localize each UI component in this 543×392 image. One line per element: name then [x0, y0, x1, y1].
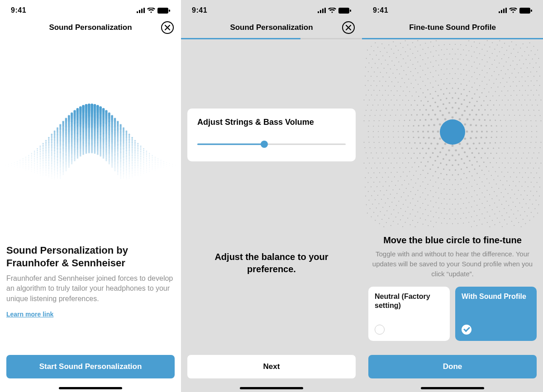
svg-point-1539 [469, 91, 470, 92]
svg-point-1999 [385, 172, 386, 173]
svg-point-2351 [389, 206, 390, 207]
svg-point-1587 [443, 84, 444, 85]
svg-point-1417 [467, 106, 468, 108]
svg-point-2236 [528, 85, 529, 86]
svg-point-2096 [371, 152, 372, 153]
svg-point-2120 [430, 52, 431, 52]
svg-point-2251 [520, 194, 521, 195]
svg-point-1537 [457, 88, 459, 89]
svg-point-374 [25, 170, 26, 170]
start-button[interactable]: Start Sound Personalization [6, 355, 175, 378]
cellular-icon [499, 8, 507, 13]
svg-point-1552 [496, 153, 497, 154]
svg-point-1389 [469, 114, 471, 116]
svg-point-2389 [533, 195, 534, 196]
fine-tune-handle[interactable] [440, 119, 465, 145]
svg-point-2497 [529, 220, 530, 221]
svg-point-2076 [452, 213, 453, 214]
svg-point-848 [48, 168, 49, 169]
svg-point-548 [34, 170, 35, 171]
svg-point-1904 [425, 199, 426, 200]
svg-point-1146 [60, 169, 61, 170]
svg-point-542 [134, 157, 136, 158]
svg-point-1532 [430, 93, 431, 94]
svg-point-367 [137, 153, 138, 155]
toggle-neutral[interactable]: Neutral (Factory setting) [368, 287, 450, 341]
svg-point-1433 [440, 162, 441, 164]
fine-tune-copy: Move the blue circle to fine-tune Toggle… [368, 235, 537, 341]
svg-point-1914 [385, 163, 386, 164]
svg-point-131 [34, 154, 35, 155]
svg-point-1454 [478, 109, 479, 110]
svg-point-2311 [494, 49, 495, 50]
svg-point-1225 [71, 159, 72, 160]
svg-point-218 [131, 142, 133, 143]
svg-point-1495 [481, 104, 482, 106]
svg-point-464 [31, 169, 32, 170]
svg-point-1676 [466, 188, 467, 189]
svg-point-1701 [402, 100, 403, 101]
svg-point-1487 [438, 95, 439, 96]
svg-point-1792 [501, 91, 502, 92]
svg-point-1007 [57, 165, 58, 166]
svg-point-2140 [525, 90, 526, 91]
instruction-text: Adjust the balance to your preference. [190, 251, 353, 275]
svg-point-671 [51, 156, 52, 158]
svg-point-1972 [513, 181, 514, 182]
svg-point-2472 [534, 208, 535, 209]
svg-point-1899 [452, 204, 453, 205]
svg-point-1685 [418, 179, 419, 179]
svg-point-2487 [373, 50, 374, 51]
svg-point-1710 [443, 74, 444, 75]
svg-point-2255 [504, 208, 505, 209]
svg-point-2266 [447, 223, 448, 224]
status-time: 9:41 [192, 6, 207, 14]
svg-point-2417 [378, 59, 379, 60]
close-button[interactable] [161, 21, 174, 34]
svg-point-1855 [433, 66, 433, 67]
svg-point-941 [129, 168, 130, 169]
svg-point-557 [59, 141, 61, 143]
toggle-with-profile[interactable]: With Sound Profile [455, 287, 537, 341]
close-button[interactable] [342, 21, 355, 34]
svg-point-1627 [405, 158, 406, 159]
svg-point-881 [48, 170, 49, 171]
svg-point-2411 [368, 191, 369, 192]
svg-point-2278 [387, 198, 388, 199]
svg-point-2365 [385, 60, 386, 61]
toggle-neutral-label: Neutral (Factory setting) [375, 292, 443, 310]
learn-more-link[interactable]: Learn more link [6, 311, 53, 318]
svg-point-1261 [109, 160, 110, 161]
svg-point-1361 [437, 118, 439, 121]
svg-point-2221 [460, 44, 461, 45]
svg-point-1364 [455, 112, 457, 114]
svg-point-1299 [91, 151, 93, 153]
svg-point-630 [43, 165, 43, 166]
svg-point-1344 [437, 131, 439, 133]
svg-point-2108 [379, 90, 380, 91]
done-button[interactable]: Done [368, 355, 537, 378]
svg-point-129 [28, 159, 29, 160]
svg-point-2188 [376, 177, 377, 178]
svg-point-948 [60, 158, 61, 159]
svg-point-553 [48, 155, 49, 156]
slider-knob[interactable] [261, 141, 268, 148]
svg-point-1360 [433, 124, 435, 126]
svg-point-318 [131, 145, 133, 146]
next-button[interactable]: Next [187, 355, 356, 378]
svg-point-2476 [518, 222, 519, 223]
svg-point-1034 [51, 174, 52, 175]
svg-point-2328 [530, 191, 531, 192]
svg-point-428 [51, 146, 52, 148]
svg-point-1199 [65, 164, 67, 165]
svg-point-2275 [400, 208, 401, 209]
balance-slider[interactable] [197, 140, 346, 149]
svg-point-277 [155, 164, 156, 165]
svg-point-805 [123, 154, 124, 155]
svg-point-1637 [405, 104, 406, 105]
fine-tune-canvas[interactable] [362, 39, 543, 229]
svg-rect-1310 [318, 11, 319, 13]
svg-point-1851 [413, 76, 414, 76]
toggle-with-profile-label: With Sound Profile [462, 292, 530, 301]
svg-point-1777 [425, 74, 426, 75]
